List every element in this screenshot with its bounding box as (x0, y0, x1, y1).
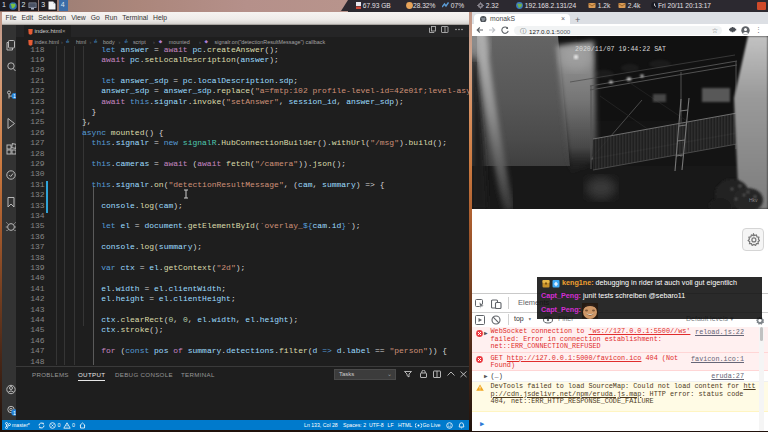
svg-text:Hkv: Hkv (749, 197, 758, 203)
svg-text:2020/11/07 19:44:22 SAT: 2020/11/07 19:44:22 SAT (575, 46, 666, 53)
